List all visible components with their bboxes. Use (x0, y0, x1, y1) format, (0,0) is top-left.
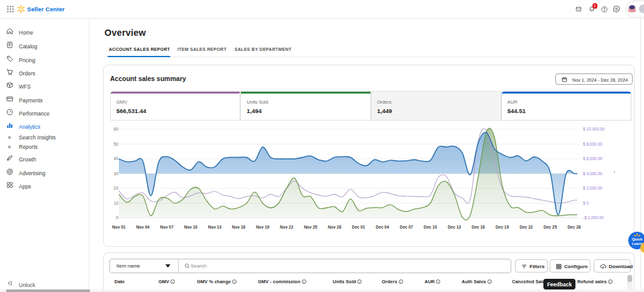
svg-text:Dec 04: Dec 04 (376, 225, 389, 229)
svg-text:Nov 04: Nov 04 (136, 225, 150, 229)
svg-text:$ 10,000.00: $ 10,000.00 (583, 127, 605, 131)
svg-text:Nov 28: Nov 28 (328, 225, 341, 229)
svg-text:Dec 07: Dec 07 (400, 225, 413, 229)
svg-text:30: 30 (114, 171, 119, 176)
svg-text:Dec 13: Dec 13 (448, 225, 461, 229)
svg-text:Dec 16: Dec 16 (472, 225, 485, 229)
svg-text:10: 10 (114, 201, 119, 205)
svg-text:$ 0: $ 0 (583, 201, 589, 205)
svg-text:20: 20 (114, 186, 119, 190)
svg-text:Nov 07: Nov 07 (160, 225, 174, 229)
svg-text:$ 4,000.00: $ 4,000.00 (583, 171, 602, 176)
svg-text:50: 50 (114, 142, 119, 146)
svg-text:Nov 13: Nov 13 (208, 225, 222, 229)
svg-text:Nov 10: Nov 10 (184, 225, 198, 229)
svg-text:Nov 19: Nov 19 (256, 225, 270, 229)
svg-text:Nov 01: Nov 01 (112, 225, 126, 229)
svg-text:Nov 25: Nov 25 (304, 225, 318, 229)
svg-text:Dec 25: Dec 25 (543, 225, 557, 229)
svg-text:-$ 1,000.00: -$ 1,000.00 (583, 215, 604, 220)
svg-text:$ 2,000.00: $ 2,000.00 (583, 186, 602, 190)
svg-text:Dec 19: Dec 19 (496, 225, 509, 229)
svg-text:Dec 28: Dec 28 (567, 225, 580, 229)
svg-text:Dec 22: Dec 22 (519, 225, 533, 229)
svg-text:Dec 01: Dec 01 (352, 225, 365, 229)
svg-text:Dec 10: Dec 10 (424, 225, 437, 229)
svg-text:Nov 16: Nov 16 (232, 225, 246, 229)
svg-text:0: 0 (116, 215, 118, 220)
svg-text:40: 40 (114, 156, 119, 161)
svg-text:60: 60 (114, 127, 119, 131)
svg-text:$ 6,000.00: $ 6,000.00 (583, 156, 602, 161)
svg-text:$ 8,000.00: $ 8,000.00 (583, 142, 602, 146)
svg-text:Nov 22: Nov 22 (280, 225, 294, 229)
